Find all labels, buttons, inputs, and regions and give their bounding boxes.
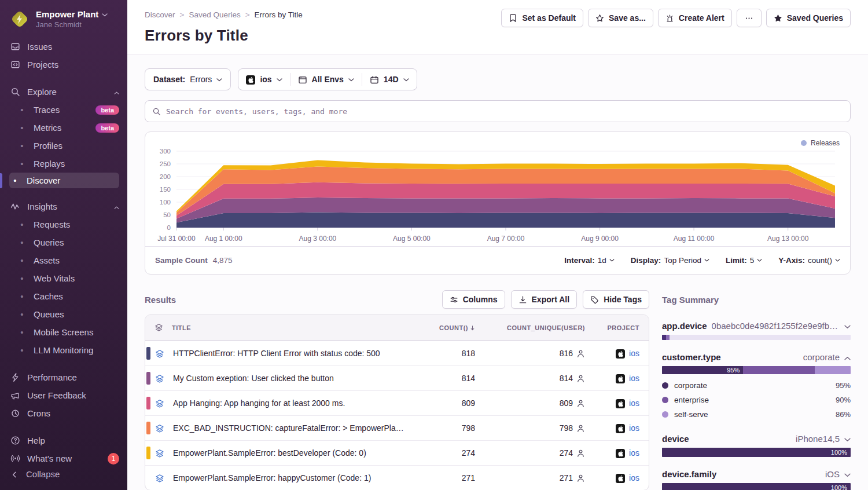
- tag-facet-customer.type: customer.typecorporate95%corporate95%ent…: [662, 352, 851, 422]
- layers-icon: [155, 323, 163, 332]
- project-link[interactable]: ios: [629, 374, 639, 383]
- event-title-link[interactable]: My Custom exeption: User clicked the but…: [172, 374, 406, 383]
- sidebar-item-queries[interactable]: •Queries: [0, 233, 127, 251]
- sidebar-item-performance[interactable]: Performance: [0, 368, 127, 386]
- sidebar-item-user-feedback[interactable]: User Feedback: [0, 386, 127, 404]
- event-title-link[interactable]: EmpowerPlant.SampleError: bestDeveloper …: [172, 448, 406, 458]
- project-filter[interactable]: ios: [238, 69, 289, 90]
- save-as-button[interactable]: Save as...: [588, 9, 653, 27]
- event-title-link[interactable]: App Hanging: App hanging for at least 20…: [172, 398, 406, 408]
- sidebar-item-label: Performance: [27, 372, 77, 382]
- sidebar-item-llm-monitoring[interactable]: •LLM Monitoring: [0, 341, 127, 359]
- event-title-link[interactable]: EXC_BAD_INSTRUCTION: captureFatalError: …: [172, 423, 406, 433]
- broadcast-icon: [10, 454, 20, 463]
- facet-item[interactable]: enterprise90%: [662, 393, 851, 407]
- inbox-icon: [10, 42, 20, 52]
- columns-button[interactable]: Columns: [442, 290, 505, 309]
- svg-text:200: 200: [160, 173, 171, 180]
- sidebar-item-replays[interactable]: •Replays: [0, 155, 127, 173]
- sidebar-item-help[interactable]: Help: [0, 432, 127, 449]
- breadcrumb-item[interactable]: Saved Queries: [189, 10, 240, 19]
- project-link[interactable]: ios: [629, 398, 639, 408]
- filter-bar: Dataset: Errors ios All Envs: [145, 68, 851, 90]
- facet-distribution-bar: 100%: [662, 448, 851, 457]
- export-all-button[interactable]: Export All: [511, 290, 578, 309]
- project-link[interactable]: ios: [629, 349, 639, 358]
- environment-filter[interactable]: All Envs: [290, 69, 362, 90]
- chev-down-icon: [844, 438, 851, 442]
- more-options-button[interactable]: [737, 9, 762, 27]
- collapse-label: Collapse: [26, 469, 60, 479]
- project-link[interactable]: ios: [629, 423, 639, 433]
- project-link[interactable]: ios: [629, 473, 639, 482]
- sidebar-item-caches[interactable]: •Caches: [0, 287, 127, 305]
- sidebar-item-metrics[interactable]: •Metricsbeta: [0, 119, 127, 137]
- tag-summary-panel: Tag Summary app.device0baebc0de4982f1255…: [662, 290, 851, 490]
- facet-item[interactable]: self-serve86%: [662, 407, 851, 422]
- table-row: My Custom exeption: User clicked the but…: [145, 365, 649, 390]
- collapse-button[interactable]: Collapse: [0, 465, 127, 483]
- limit-dropdown[interactable]: Limit:5: [726, 256, 762, 265]
- sidebar-item-assets[interactable]: •Assets: [0, 251, 127, 269]
- facet-value-percent: 95%: [836, 381, 851, 390]
- bookmark-icon: [509, 14, 517, 23]
- facet-header[interactable]: app.device0baebc0de4982f1255f2e9e9fb7…: [662, 321, 851, 331]
- set-as-default-button[interactable]: Set as Default: [501, 9, 583, 27]
- column-header-project[interactable]: PROJECT: [585, 324, 649, 331]
- sidebar-item-traces[interactable]: •Tracesbeta: [0, 101, 127, 119]
- results-heading: Results: [145, 295, 176, 305]
- sidebar-item-label: Issues: [27, 42, 52, 52]
- project-link[interactable]: ios: [629, 448, 639, 458]
- org-switcher[interactable]: Empower Plant Jane Schmidt: [0, 0, 127, 36]
- sidebar-item-web-vitals[interactable]: •Web Vitals: [0, 269, 127, 287]
- control-value: 1d: [598, 256, 606, 265]
- sidebar-group-insights[interactable]: Insights: [0, 198, 127, 215]
- create-alert-button[interactable]: Create Alert: [658, 9, 732, 27]
- sidebar-item-label: What's new: [27, 454, 72, 463]
- legend-releases[interactable]: Releases: [801, 139, 840, 147]
- y-axis-dropdown[interactable]: Y-Axis:count(): [778, 256, 840, 265]
- sidebar-item-issues[interactable]: Issues: [0, 38, 127, 56]
- svg-text:250: 250: [160, 160, 171, 167]
- search-input[interactable]: [166, 107, 843, 116]
- person-icon: [576, 349, 585, 358]
- person-icon: [576, 423, 585, 433]
- sidebar-item-projects[interactable]: Projects: [0, 56, 127, 74]
- column-header-count[interactable]: COUNT(): [406, 324, 475, 331]
- date-range-filter[interactable]: 14D: [362, 69, 417, 90]
- breadcrumb-item[interactable]: Discover: [145, 10, 175, 19]
- sidebar-item-mobile-screens[interactable]: •Mobile Screens: [0, 323, 127, 341]
- facet-header[interactable]: device.familyiOS: [662, 469, 851, 479]
- person-icon: [576, 474, 585, 482]
- dataset-filter[interactable]: Dataset: Errors: [145, 68, 231, 90]
- table-row: App Hanging: App hanging for at least 20…: [145, 390, 649, 415]
- hide-tags-button[interactable]: Hide Tags: [583, 290, 649, 309]
- series-color-bar: [146, 471, 150, 484]
- layers-icon: [155, 374, 164, 383]
- sidebar-item-profiles[interactable]: •Profiles: [0, 137, 127, 155]
- sidebar-item-requests[interactable]: •Requests: [0, 215, 127, 233]
- display-dropdown[interactable]: Display:Top Period: [631, 256, 709, 265]
- sidebar-item-label: Traces: [34, 105, 60, 115]
- facet-header[interactable]: customer.typecorporate: [662, 352, 851, 362]
- environment-filter-value: All Envs: [312, 75, 344, 84]
- chev-down-icon: [609, 259, 615, 262]
- saved-queries-button[interactable]: Saved Queries: [766, 9, 851, 27]
- sidebar-item-crons[interactable]: Crons: [0, 404, 127, 422]
- tag-icon: [590, 295, 599, 304]
- sidebar-item-queues[interactable]: •Queues: [0, 305, 127, 323]
- facet-item[interactable]: corporate95%: [662, 378, 851, 393]
- chev-down-icon: [277, 78, 282, 82]
- sidebar-item-discover[interactable]: •Discover: [9, 173, 119, 188]
- column-header-title[interactable]: TITLE: [172, 324, 406, 331]
- facet-header[interactable]: deviceiPhone14,5: [662, 434, 851, 444]
- chev-down-icon: [844, 325, 851, 329]
- column-header-count-unique[interactable]: COUNT_UNIQUE(USER): [475, 324, 585, 331]
- sidebar-group-explore[interactable]: Explore: [0, 83, 127, 101]
- interval-dropdown[interactable]: Interval:1d: [564, 256, 615, 265]
- svg-text:Aug 3 00:00: Aug 3 00:00: [299, 235, 337, 243]
- event-title-link[interactable]: EmpowerPlant.SampleError: happyCustomer …: [172, 473, 406, 482]
- event-title-link[interactable]: HTTPClientError: HTTP Client Error with …: [172, 349, 406, 358]
- breadcrumb-separator: >: [180, 10, 185, 19]
- apple-icon: [616, 474, 625, 483]
